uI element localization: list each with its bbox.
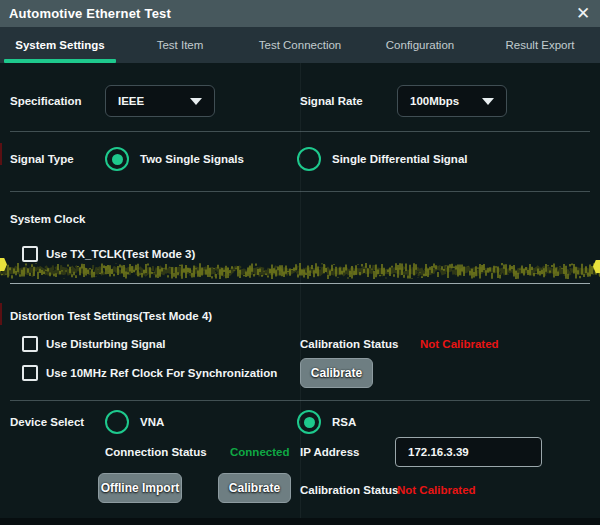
section-divider xyxy=(10,400,590,401)
checkbox-label: Use Disturbing Signal xyxy=(46,338,166,350)
tab-bar: System Settings Test Item Test Connectio… xyxy=(0,27,600,63)
ip-address-label: IP Address xyxy=(300,446,359,458)
radio-label: Two Single Signals xyxy=(140,153,244,165)
device-calibration-status-value: Not Calibrated xyxy=(397,484,476,496)
radio-icon xyxy=(297,147,321,171)
title-bar: Automotive Ethernet Test ✕ xyxy=(0,0,600,27)
radio-single-differential-signal[interactable]: Single Differential Signal xyxy=(297,147,467,171)
waveform-trace xyxy=(0,258,600,284)
specification-dropdown[interactable]: IEEE xyxy=(105,85,215,117)
device-calibrate-button[interactable]: Calibrate xyxy=(218,473,291,503)
connection-status-value: Connected xyxy=(230,446,289,458)
signal-rate-label: Signal Rate xyxy=(300,95,363,107)
radio-icon xyxy=(297,410,321,434)
use-10mhz-refclock-checkbox[interactable]: Use 10MHz Ref Clock For Synchronization xyxy=(22,365,277,381)
distortion-settings-heading: Distortion Test Settings(Test Mode 4) xyxy=(10,310,212,322)
radio-vna[interactable]: VNA xyxy=(105,410,164,434)
screen-edge-artifact xyxy=(0,143,2,165)
connection-status-label: Connection Status xyxy=(105,446,207,458)
signal-rate-value: 100Mbps xyxy=(410,95,459,107)
ip-address-input[interactable] xyxy=(395,437,542,467)
section-divider xyxy=(10,131,590,132)
tab-test-item[interactable]: Test Item xyxy=(120,27,240,63)
specification-label: Specification xyxy=(10,95,82,107)
chevron-down-icon xyxy=(190,98,202,105)
radio-label: Single Differential Signal xyxy=(332,153,467,165)
tab-configuration[interactable]: Configuration xyxy=(360,27,480,63)
underlying-screen-strip xyxy=(0,518,600,525)
radio-icon xyxy=(105,147,129,171)
screen-edge-artifact xyxy=(0,303,2,325)
checkbox-icon xyxy=(22,365,38,381)
system-settings-panel: Specification IEEE Signal Rate 100Mbps S… xyxy=(0,63,600,518)
distortion-calibration-status-label: Calibration Status xyxy=(300,338,398,350)
radio-label: RSA xyxy=(332,416,356,428)
distortion-calibration-status-value: Not Calibrated xyxy=(420,338,499,350)
radio-label: VNA xyxy=(140,416,164,428)
radio-rsa[interactable]: RSA xyxy=(297,410,356,434)
radio-two-single-signals[interactable]: Two Single Signals xyxy=(105,147,244,171)
section-divider xyxy=(10,191,590,192)
section-divider xyxy=(10,283,590,284)
tab-result-export[interactable]: Result Export xyxy=(480,27,600,63)
signal-rate-dropdown[interactable]: 100Mbps xyxy=(397,85,507,117)
checkbox-icon xyxy=(22,336,38,352)
specification-value: IEEE xyxy=(118,95,144,107)
system-clock-heading: System Clock xyxy=(10,213,85,225)
device-calibration-status-label: Calibration Status xyxy=(300,484,398,496)
device-select-label: Device Select xyxy=(10,416,84,428)
dialog-title: Automotive Ethernet Test xyxy=(0,6,171,21)
checkbox-label: Use 10MHz Ref Clock For Synchronization xyxy=(46,367,277,379)
automotive-ethernet-test-dialog: Automotive Ethernet Test ✕ System Settin… xyxy=(0,0,600,525)
tab-system-settings[interactable]: System Settings xyxy=(0,27,120,63)
distortion-calibrate-button[interactable]: Calibrate xyxy=(300,358,373,388)
use-disturbing-signal-checkbox[interactable]: Use Disturbing Signal xyxy=(22,336,166,352)
radio-icon xyxy=(105,410,129,434)
chevron-down-icon xyxy=(482,98,494,105)
signal-type-label: Signal Type xyxy=(10,153,74,165)
tab-test-connection[interactable]: Test Connection xyxy=(240,27,360,63)
offline-import-button[interactable]: Offline Import xyxy=(98,473,182,503)
close-icon[interactable]: ✕ xyxy=(566,0,600,27)
